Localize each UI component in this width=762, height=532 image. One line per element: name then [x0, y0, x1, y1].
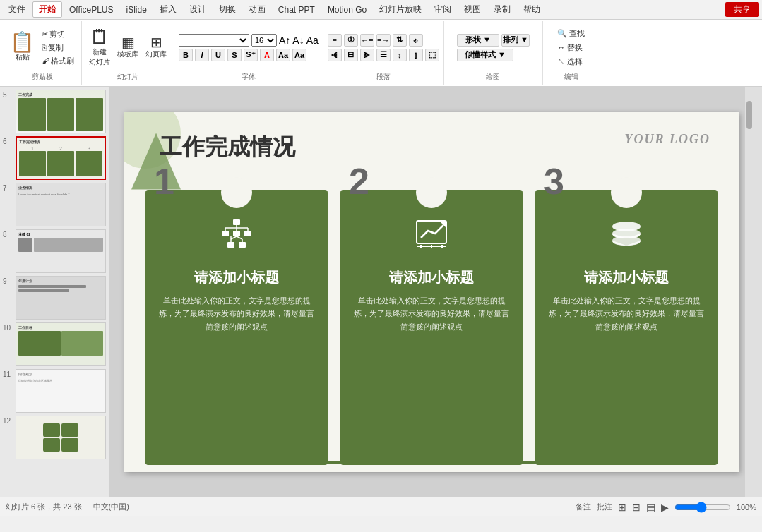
- svg-line-11: [231, 236, 237, 239]
- clipboard-buttons: 📋 粘贴 ✂ 剪切 ⎘ 复制 🖌 格式刷: [7, 23, 77, 72]
- card-2[interactable]: 请添加小标题 单击此处输入你的正文，文字是您思想的提炼，为了最终演示发布的良好效…: [340, 190, 523, 465]
- slide-title[interactable]: 工作完成情况: [160, 132, 295, 163]
- menu-design[interactable]: 设计: [184, 2, 212, 17]
- zoom-slider[interactable]: [674, 502, 731, 513]
- normal-view-icon[interactable]: ⊞: [618, 502, 626, 513]
- find-button[interactable]: 🔍 查找: [554, 28, 588, 40]
- card-2-text[interactable]: 单击此处输入你的正文，文字是您思想的提炼，为了最终演示发布的良好效果，请尽量言简…: [352, 294, 511, 334]
- slide-thumb-7[interactable]: 7 业务情况 Lorem ipsum text content area for…: [3, 183, 106, 226]
- slide-canvas[interactable]: 工作完成情况 YOUR LOGO 1: [124, 112, 739, 472]
- col-button[interactable]: ⫿: [409, 49, 423, 61]
- replace-button[interactable]: ↔ 替换: [554, 42, 588, 54]
- text-direction-button[interactable]: ⇅: [393, 34, 407, 47]
- format-painter-button[interactable]: 🖌 格式刷: [39, 55, 77, 67]
- menu-help[interactable]: 帮助: [518, 2, 546, 17]
- menu-file[interactable]: 文件: [3, 2, 31, 17]
- font-size2-button[interactable]: Aa: [292, 49, 306, 61]
- card-2-subtitle[interactable]: 请添加小标题: [389, 268, 474, 287]
- card-3[interactable]: 请添加小标题 单击此处输入你的正文，文字是您思想的提炼，为了最终演示发布的良好效…: [535, 190, 718, 465]
- quick-styles-button[interactable]: 似懂样式 ▼: [457, 49, 513, 61]
- card-1-subtitle[interactable]: 请添加小标题: [194, 268, 279, 287]
- bold-button[interactable]: B: [179, 49, 193, 61]
- indent-decrease-button[interactable]: ←≡: [360, 34, 374, 47]
- menu-officeplus[interactable]: OfficePLUS: [64, 4, 119, 16]
- slide-logo[interactable]: YOUR LOGO: [625, 132, 711, 147]
- menu-chatppt[interactable]: Chat PPT: [273, 4, 321, 16]
- menu-record[interactable]: 录制: [488, 2, 516, 17]
- justify-button[interactable]: ☰: [376, 49, 391, 61]
- numbered-list-button[interactable]: ①: [344, 34, 358, 47]
- comments-button[interactable]: 批注: [597, 502, 612, 512]
- font-decrease-icon[interactable]: A↓: [292, 35, 304, 46]
- arrange-button[interactable]: 排列 ▼: [501, 34, 530, 47]
- menu-review[interactable]: 审阅: [429, 2, 457, 17]
- cut-button[interactable]: ✂ 剪切: [39, 28, 77, 40]
- italic-button[interactable]: I: [195, 49, 209, 61]
- menu-insert[interactable]: 插入: [154, 2, 182, 17]
- font-family-select[interactable]: [179, 34, 249, 47]
- font-increase-icon[interactable]: A↑: [279, 35, 290, 46]
- slide-img-8[interactable]: 业绩 02: [16, 229, 106, 273]
- menu-view[interactable]: 视图: [458, 2, 487, 17]
- convert-to-smartart-button[interactable]: ⟐: [409, 34, 423, 47]
- paste-button[interactable]: 📋 粘贴: [7, 31, 37, 64]
- slide-img-12[interactable]: [16, 416, 106, 459]
- template-icon: ▦: [121, 35, 135, 49]
- card-3-subtitle[interactable]: 请添加小标题: [584, 268, 669, 287]
- slide-panel[interactable]: 5 工作完成 6 工作完成情况: [0, 87, 109, 497]
- svg-point-22: [612, 236, 641, 246]
- slide-thumb-10[interactable]: 10 工作目标: [3, 322, 106, 366]
- template-button[interactable]: ▦ 模板库: [114, 34, 141, 61]
- menu-home[interactable]: 开始: [32, 1, 62, 18]
- slideshow-icon[interactable]: ▶: [661, 502, 669, 513]
- slide-thumb-11[interactable]: 11 内容规划 详细说明文字内容区域展示: [3, 369, 106, 413]
- shapes-button[interactable]: 形状 ▼: [457, 34, 499, 47]
- share-button[interactable]: 共享: [725, 2, 759, 17]
- menu-animation[interactable]: 动画: [243, 2, 271, 17]
- menu-slideshow[interactable]: 幻灯片放映: [374, 2, 427, 17]
- scrollbar-thumb[interactable]: [746, 101, 752, 129]
- slide-thumb-8[interactable]: 8 业绩 02: [3, 229, 106, 273]
- menu-islide[interactable]: iSlide: [120, 4, 152, 16]
- slide-img-11[interactable]: 内容规划 详细说明文字内容区域展示: [16, 369, 106, 413]
- slide-img-9[interactable]: 年度计划: [16, 276, 106, 320]
- select-button[interactable]: ↖ 选择: [554, 56, 588, 68]
- menu-motion[interactable]: Motion Go: [322, 4, 372, 16]
- copy-button[interactable]: ⎘ 复制: [39, 42, 77, 54]
- vertical-scrollbar[interactable]: [745, 87, 754, 497]
- slide-img-7[interactable]: 业务情况 Lorem ipsum text content area for s…: [16, 183, 106, 226]
- svg-line-12: [237, 236, 242, 239]
- slide-thumb-5[interactable]: 5 工作完成: [3, 90, 106, 133]
- slide-sorter-icon[interactable]: ⊟: [632, 502, 641, 513]
- font-size-select[interactable]: 16: [251, 34, 277, 47]
- font-color-button[interactable]: A: [260, 49, 274, 61]
- line-spacing-button[interactable]: ↕: [393, 49, 407, 61]
- slide-thumb-12[interactable]: 12: [3, 416, 106, 459]
- shadow-button[interactable]: S⁺: [244, 49, 258, 61]
- indent-increase-button[interactable]: ≡→: [376, 34, 391, 47]
- slide-thumb-9[interactable]: 9 年度计划: [3, 276, 106, 320]
- strikethrough-button[interactable]: S: [227, 49, 242, 61]
- bullet-list-button[interactable]: ≡: [328, 34, 342, 47]
- align-left-button[interactable]: ⫷: [328, 49, 342, 61]
- slide-num-10: 10: [3, 322, 13, 332]
- slide-thumb-6[interactable]: 6 工作完成情况 1 2 3: [3, 136, 106, 180]
- page-template-button[interactable]: ⊞ 幻页库: [143, 34, 169, 61]
- new-slide-button[interactable]: 🗒 新建 幻灯片: [86, 26, 113, 68]
- slide-img-10[interactable]: 工作目标: [16, 322, 106, 366]
- menu-transition[interactable]: 切换: [213, 2, 242, 17]
- reading-view-icon[interactable]: ▤: [646, 502, 655, 513]
- align-right-button[interactable]: ⫸: [360, 49, 374, 61]
- card-1[interactable]: 请添加小标题 单击此处输入你的正文，文字是您思想的提炼，为了最终演示发布的良好效…: [145, 190, 328, 465]
- slide-num-7: 7: [3, 183, 13, 192]
- slide-img-6[interactable]: 工作完成情况 1 2 3: [16, 136, 106, 180]
- card-1-text[interactable]: 单击此处输入你的正文，文字是您思想的提炼，为了最终演示发布的良好效果，请尽量言简…: [157, 294, 316, 334]
- text-box-button[interactable]: ⬚: [425, 49, 439, 61]
- notes-button[interactable]: 备注: [576, 502, 591, 512]
- underline-button[interactable]: U: [211, 49, 225, 61]
- align-center-button[interactable]: ⊟: [344, 49, 358, 61]
- slide-img-5[interactable]: 工作完成: [16, 90, 106, 133]
- char-spacing-button[interactable]: Aa: [276, 49, 290, 61]
- card-3-text[interactable]: 单击此处输入你的正文，文字是您思想的提炼，为了最终演示发布的良好效果，请尽量言简…: [547, 294, 706, 334]
- font-clear-icon[interactable]: Aa: [306, 35, 319, 46]
